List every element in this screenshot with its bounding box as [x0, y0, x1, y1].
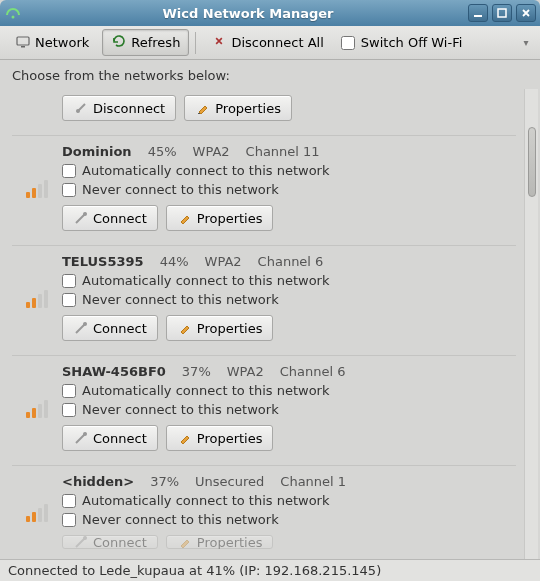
never-connect-checkbox[interactable]: Never connect to this network	[62, 292, 516, 307]
properties-icon	[177, 320, 193, 336]
network-entry: TELUS5395 44% WPA2 Channel 6 Automatical…	[12, 246, 516, 356]
network-security: Unsecured	[195, 474, 264, 489]
svg-point-0	[12, 16, 15, 19]
content: Choose from the networks below: Disconne…	[0, 60, 540, 559]
auto-connect-label: Automatically connect to this network	[82, 383, 329, 398]
separator	[195, 32, 196, 54]
svg-point-5	[76, 109, 80, 113]
network-entry: Dominion 45% WPA2 Channel 11 Automatical…	[12, 136, 516, 246]
disconnect-button[interactable]: Disconnect	[62, 95, 176, 121]
auto-connect-checkbox[interactable]: Automatically connect to this network	[62, 383, 516, 398]
status-bar: Connected to Lede_kupaua at 41% (IP: 192…	[0, 559, 540, 581]
auto-connect-label: Automatically connect to this network	[82, 163, 329, 178]
prompt-text: Choose from the networks below:	[12, 68, 540, 83]
refresh-icon	[111, 33, 127, 52]
svg-point-10	[83, 536, 87, 540]
network-name: Dominion	[62, 144, 132, 159]
properties-button[interactable]: Properties	[184, 95, 292, 121]
svg-rect-2	[498, 9, 506, 17]
network-name: TELUS5395	[62, 254, 144, 269]
properties-button[interactable]: Properties	[166, 315, 274, 341]
properties-icon	[177, 535, 193, 549]
network-security: WPA2	[193, 144, 230, 159]
connect-label: Connect	[93, 321, 147, 336]
connect-icon	[73, 320, 89, 336]
network-channel: Channel 11	[246, 144, 320, 159]
connect-button[interactable]: Connect	[62, 425, 158, 451]
switch-off-wifi-checkbox[interactable]: Switch Off Wi-Fi	[337, 35, 466, 50]
properties-button[interactable]: Properties	[166, 425, 274, 451]
properties-icon	[195, 100, 211, 116]
disconnect-label: Disconnect	[93, 101, 165, 116]
signal-strength-icon	[12, 144, 62, 231]
network-strength: 44%	[160, 254, 189, 269]
maximize-button[interactable]	[492, 4, 512, 22]
disconnect-all-button[interactable]: Disconnect All	[202, 29, 332, 56]
auto-connect-checkbox[interactable]: Automatically connect to this network	[62, 493, 516, 508]
switch-off-wifi-input[interactable]	[341, 36, 355, 50]
svg-rect-3	[17, 37, 29, 45]
connect-icon	[73, 210, 89, 226]
app-icon	[4, 4, 22, 22]
network-strength: 37%	[150, 474, 179, 489]
connect-button[interactable]: Connect	[62, 315, 158, 341]
network-security: WPA2	[227, 364, 264, 379]
signal-strength-icon	[12, 254, 62, 341]
connect-icon	[73, 535, 89, 549]
scrollbar[interactable]	[524, 89, 538, 559]
properties-label: Properties	[197, 321, 263, 336]
status-text: Connected to Lede_kupaua at 41% (IP: 192…	[8, 563, 381, 578]
connect-label: Connect	[93, 211, 147, 226]
minimize-button[interactable]	[468, 4, 488, 22]
window-title: Wicd Network Manager	[28, 6, 468, 21]
switch-off-wifi-label: Switch Off Wi-Fi	[361, 35, 462, 50]
network-channel: Channel 1	[280, 474, 346, 489]
network-channel: Channel 6	[280, 364, 346, 379]
disconnect-icon	[73, 100, 89, 116]
connect-icon	[73, 430, 89, 446]
disconnect-all-label: Disconnect All	[231, 35, 323, 50]
network-button[interactable]: Network	[6, 29, 98, 56]
never-connect-checkbox[interactable]: Never connect to this network	[62, 182, 516, 197]
network-strength: 45%	[148, 144, 177, 159]
toolbar-menu-button[interactable]: ▾	[518, 37, 534, 48]
properties-icon	[177, 210, 193, 226]
properties-label: Properties	[197, 211, 263, 226]
properties-label: Properties	[197, 535, 263, 549]
auto-connect-checkbox[interactable]: Automatically connect to this network	[62, 273, 516, 288]
network-icon	[15, 33, 31, 52]
network-strength: 37%	[182, 364, 211, 379]
network-entry: <hidden> 37% Unsecured Channel 1 Automat…	[12, 466, 516, 559]
connect-button[interactable]: Connect	[62, 535, 158, 549]
disconnect-icon	[211, 33, 227, 52]
never-connect-label: Never connect to this network	[82, 402, 279, 417]
properties-button[interactable]: Properties	[166, 535, 274, 549]
connect-button[interactable]: Connect	[62, 205, 158, 231]
toolbar: Network Refresh Disconnect All Switch Of…	[0, 26, 540, 60]
scroll-thumb[interactable]	[528, 127, 536, 197]
auto-connect-checkbox[interactable]: Automatically connect to this network	[62, 163, 516, 178]
network-list: Disconnect Properties Dominion 45% WP	[12, 89, 524, 559]
svg-rect-4	[21, 46, 25, 48]
svg-point-8	[83, 322, 87, 326]
close-button[interactable]	[516, 4, 536, 22]
refresh-button[interactable]: Refresh	[102, 29, 189, 56]
never-connect-label: Never connect to this network	[82, 512, 279, 527]
svg-rect-6	[198, 113, 200, 114]
refresh-label: Refresh	[131, 35, 180, 50]
auto-connect-label: Automatically connect to this network	[82, 273, 329, 288]
svg-point-9	[83, 432, 87, 436]
svg-rect-1	[474, 15, 482, 17]
never-connect-checkbox[interactable]: Never connect to this network	[62, 402, 516, 417]
properties-label: Properties	[215, 101, 281, 116]
current-connection-entry: Disconnect Properties	[12, 89, 516, 136]
network-security: WPA2	[205, 254, 242, 269]
connect-label: Connect	[93, 535, 147, 549]
network-entry: SHAW-456BF0 37% WPA2 Channel 6 Automatic…	[12, 356, 516, 466]
network-label: Network	[35, 35, 89, 50]
never-connect-label: Never connect to this network	[82, 182, 279, 197]
titlebar: Wicd Network Manager	[0, 0, 540, 26]
properties-button[interactable]: Properties	[166, 205, 274, 231]
never-connect-checkbox[interactable]: Never connect to this network	[62, 512, 516, 527]
network-channel: Channel 6	[258, 254, 324, 269]
